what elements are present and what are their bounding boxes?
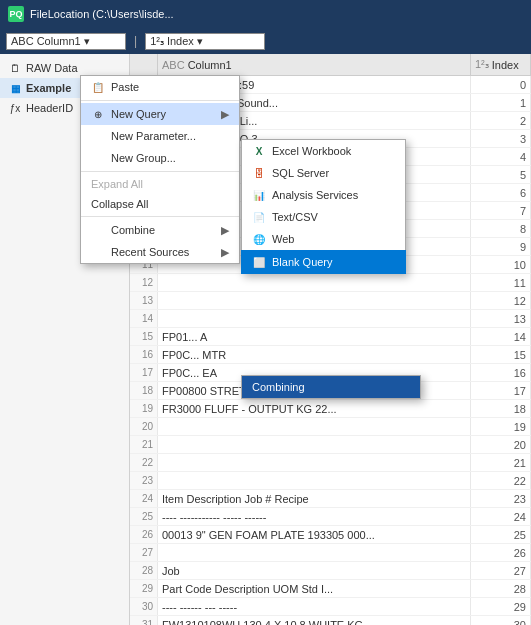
sm-excel[interactable]: X Excel Workbook <box>242 140 405 162</box>
table-row: 2322 <box>130 472 531 490</box>
cm-recent-label: Recent Sources <box>111 246 189 258</box>
table-row: 29Part Code Description UOM Std I...28 <box>130 580 531 598</box>
table-row: 19FR3000 FLUFF - OUTPUT KG 22...18 <box>130 400 531 418</box>
title-text: FileLocation (C:\Users\lisde... <box>30 8 174 20</box>
table-active-icon: ▦ <box>8 81 22 95</box>
row-col1: Item Description Job # Recipe <box>158 490 471 507</box>
col1-label: Column1 <box>37 35 81 47</box>
cm-expand-label: Expand All <box>91 178 143 190</box>
cm-new-param[interactable]: New Parameter... <box>81 125 239 147</box>
table-row: 2019 <box>130 418 531 436</box>
cm-combine-arrow: ▶ <box>221 224 229 237</box>
col1-header-type: ABC <box>162 59 185 71</box>
sidebar-label-example: Example <box>26 82 71 94</box>
new-query-icon: ⊕ <box>91 107 105 121</box>
chevron-down-icon2: ▾ <box>197 35 203 48</box>
row-col2: 29 <box>471 598 531 615</box>
excel-icon: X <box>252 144 266 158</box>
row-col2: 5 <box>471 166 531 183</box>
cm-sep2 <box>81 171 239 172</box>
new-query-submenu: X Excel Workbook 🗄 SQL Server 📊 Analysis… <box>241 139 406 274</box>
cm-recent-arrow: ▶ <box>221 246 229 259</box>
row-number: 22 <box>130 454 158 471</box>
analysis-icon: 📊 <box>252 188 266 202</box>
blank-icon: ⬜ <box>252 255 266 269</box>
sm-analysis-label: Analysis Services <box>272 189 358 201</box>
row-col2: 9 <box>471 238 531 255</box>
recent-icon <box>91 245 105 259</box>
table-row: 25---- ----------- ----- ------24 <box>130 508 531 526</box>
row-col2: 3 <box>471 130 531 147</box>
col2-label: Index <box>167 35 194 47</box>
sm-sql[interactable]: 🗄 SQL Server <box>242 162 405 184</box>
row-col2: 11 <box>471 274 531 291</box>
row-col2: 30 <box>471 616 531 625</box>
table-row: 1211 <box>130 274 531 292</box>
row-col2: 13 <box>471 310 531 327</box>
sidebar-label-rawdata: RAW Data <box>26 62 78 74</box>
cm-collapse[interactable]: Collapse All <box>81 194 239 214</box>
row-col2: 20 <box>471 436 531 453</box>
sidebar-label-headerid: HeaderID <box>26 102 73 114</box>
row-number: 27 <box>130 544 158 561</box>
column2-dropdown[interactable]: 1²₃ Index ▾ <box>145 33 265 50</box>
cm-new-query[interactable]: ⊕ New Query ▶ X Excel Workbook 🗄 SQL Ser… <box>81 103 239 125</box>
app-icon: PQ <box>8 6 24 22</box>
cm-paste[interactable]: 📋 Paste <box>81 76 239 98</box>
col2-type: 1²₃ <box>150 35 164 48</box>
cm-combine[interactable]: Combine ▶ Combining <box>81 219 239 241</box>
col1-type: ABC <box>11 35 34 47</box>
row-col1: FW1310108WH 130.4 X 10.8 WHITE KG ... <box>158 616 471 625</box>
new-group-icon <box>91 151 105 165</box>
row-col1: Part Code Description UOM Std I... <box>158 580 471 597</box>
cm-combine-label: Combine <box>111 224 155 236</box>
text-icon: 📄 <box>252 210 266 224</box>
row-col2: 1 <box>471 94 531 111</box>
row-number: 20 <box>130 418 158 435</box>
row-col1 <box>158 418 471 435</box>
row-col2: 0 <box>471 76 531 93</box>
separator: | <box>134 34 137 48</box>
context-menu: 📋 Paste ⊕ New Query ▶ X Excel Workbook 🗄… <box>80 75 240 264</box>
row-col1 <box>158 454 471 471</box>
row-number: 28 <box>130 562 158 579</box>
cm-new-query-label: New Query <box>111 108 166 120</box>
column1-dropdown[interactable]: ABC Column1 ▾ <box>6 33 126 50</box>
row-number: 23 <box>130 472 158 489</box>
combine-sub-combining[interactable]: Combining <box>242 376 420 398</box>
row-number: 17 <box>130 364 158 381</box>
sm-blank-query[interactable]: ⬜ Blank Query <box>242 251 405 273</box>
table-row: 24Item Description Job # Recipe23 <box>130 490 531 508</box>
row-col2: 10 <box>471 256 531 273</box>
cm-sep1 <box>81 100 239 101</box>
grid-header: ABC Column1 1²₃ Index <box>130 54 531 76</box>
cm-new-group[interactable]: New Group... <box>81 147 239 169</box>
sm-text[interactable]: 📄 Text/CSV <box>242 206 405 228</box>
row-number: 19 <box>130 400 158 417</box>
table-row: 2600013 9" GEN FOAM PLATE 193305 000...2… <box>130 526 531 544</box>
table-row: 30---- ------ --- -----29 <box>130 598 531 616</box>
combine-submenu: Combining <box>241 375 421 399</box>
row-col2: 21 <box>471 454 531 471</box>
combine-icon <box>91 223 105 237</box>
row-col1: ---- ----------- ----- ------ <box>158 508 471 525</box>
sm-analysis[interactable]: 📊 Analysis Services <box>242 184 405 206</box>
col2-header-type: 1²₃ <box>475 58 489 71</box>
table-row: 31FW1310108WH 130.4 X 10.8 WHITE KG ...3… <box>130 616 531 625</box>
row-number: 12 <box>130 274 158 291</box>
cm-paste-label: Paste <box>111 81 139 93</box>
col2-header-label: Index <box>492 59 519 71</box>
table-row: 1312 <box>130 292 531 310</box>
cm-recent[interactable]: Recent Sources ▶ <box>81 241 239 263</box>
row-col1 <box>158 472 471 489</box>
row-col1 <box>158 292 471 309</box>
sm-sql-label: SQL Server <box>272 167 329 179</box>
table-row: 16FP0C... MTR15 <box>130 346 531 364</box>
table-row: 2221 <box>130 454 531 472</box>
sm-web[interactable]: 🌐 Web <box>242 228 405 250</box>
row-col2: 27 <box>471 562 531 579</box>
row-col2: 18 <box>471 400 531 417</box>
row-col2: 14 <box>471 328 531 345</box>
context-menu-overlay: 📋 Paste ⊕ New Query ▶ X Excel Workbook 🗄… <box>80 75 240 264</box>
row-col2: 4 <box>471 148 531 165</box>
